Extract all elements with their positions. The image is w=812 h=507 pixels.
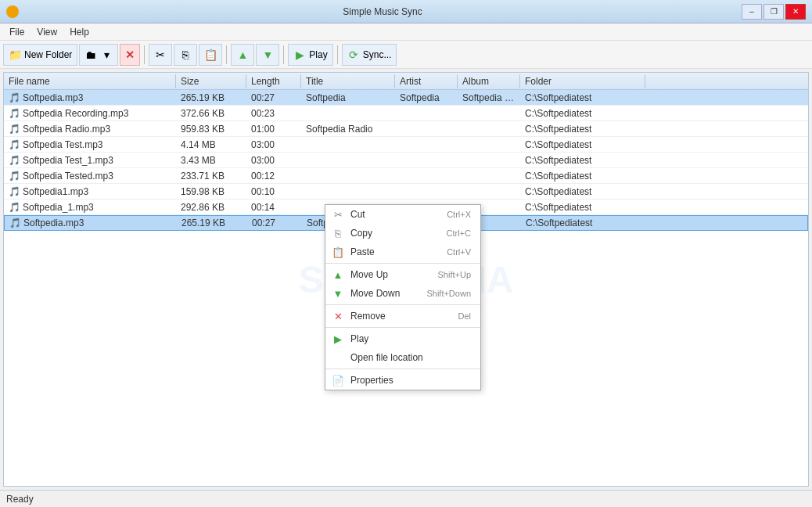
context-menu-item-copy[interactable]: ⎘ Copy Ctrl+C [325,224,480,243]
context-menu-item-open-file-location[interactable]: Open file location [325,348,480,367]
title-bar: Simple Music Sync – ❐ ✕ [0,0,812,23]
up-arrow-icon: ▲ [236,49,249,61]
ctx-shortcut: Ctrl+C [447,228,471,238]
file-title-cell [301,113,395,114]
ctx-item-label: Copy [350,228,372,239]
music-icon: 🎵 [9,186,20,197]
table-row[interactable]: 🎵 Softpedia Test.mp3 4.14 MB 03:00 C:\So… [4,137,808,153]
file-length-cell: 00:10 [246,185,301,198]
add-file-button[interactable]: 🖿 ▾ [79,44,118,66]
copy-button[interactable]: ⎘ [174,44,197,66]
ctx-item-label: Remove [350,311,386,322]
table-row[interactable]: 🎵 Softpedia Recording.mp3 372.66 KB 00:2… [4,106,808,121]
file-length-cell: 00:14 [246,201,301,214]
copy-icon: ⎘ [179,49,192,61]
ctx-shortcut: Ctrl+V [447,247,471,257]
ctx-shortcut: Shift+Up [438,270,472,279]
file-title-cell [301,191,395,192]
down-arrow-icon: ▼ [261,49,274,61]
context-menu-item-play[interactable]: ▶ Play [325,329,480,348]
file-title-cell: Softpedia [301,92,395,104]
sync-button[interactable]: ⟳ Sync... [342,44,397,66]
file-name-cell: 🎵 Softpedia Test.mp3 [4,138,176,151]
file-folder-cell: C:\Softpediatest [520,170,645,182]
minimize-button[interactable]: – [742,4,762,20]
play-button[interactable]: ▶ Play [288,44,332,66]
file-title-cell [301,175,395,177]
file-folder-cell: C:\Softpediatest [520,185,645,198]
toolbar-separator-4 [337,45,338,64]
context-menu-item-cut[interactable]: ✂ Cut Ctrl+X [325,205,480,224]
file-title-cell [301,160,395,161]
col-size[interactable]: Size [176,74,246,88]
ctx-item-content: ▼ Move Down [332,287,400,300]
file-size-cell: 159.98 KB [176,185,246,198]
ctx-item-content: ▲ Move Up [332,268,388,281]
context-menu: ✂ Cut Ctrl+X ⎘ Copy Ctrl+C 📋 Paste Ctrl+… [325,204,481,390]
menu-help[interactable]: Help [63,25,95,39]
context-menu-separator [325,369,480,369]
file-name-cell: 🎵 Softpedia1.mp3 [4,185,176,198]
col-artist[interactable]: Artist [395,74,458,88]
table-row[interactable]: 🎵 Softpedia Test_1.mp3 3.43 MB 03:00 C:\… [4,153,808,168]
toolbar-separator-3 [283,45,284,64]
status-text: Ready [6,494,34,505]
file-length-cell: 03:00 [246,154,301,167]
file-size-cell: 233.71 KB [176,170,246,182]
cut-button[interactable]: ✂ [149,44,172,66]
move-up-button[interactable]: ▲ [231,44,254,66]
file-size-cell: 265.19 KB [176,92,246,104]
close-button[interactable]: ✕ [785,4,806,20]
file-name-cell: 🎵 Softpedia.mp3 [4,92,176,104]
context-menu-separator [325,263,480,264]
file-folder-cell: C:\Softpediatest [520,123,645,135]
file-folder-cell: C:\Softpediatest [520,107,645,120]
music-icon: 🎵 [9,92,20,103]
file-folder-cell: C:\Softpediatest [520,92,645,104]
col-folder[interactable]: Folder [520,74,645,88]
file-title-cell [301,144,395,146]
file-size-cell: 959.83 KB [176,123,246,135]
ctx-item-content: ⎘ Copy [332,227,372,239]
file-size-cell: 265.19 KB [177,217,247,229]
file-length-cell: 00:27 [247,217,302,229]
ctx-shortcut: Ctrl+X [447,210,471,219]
file-size-cell: 3.43 MB [176,154,246,167]
table-row[interactable]: 🎵 Softpedia1.mp3 159.98 KB 00:10 C:\Soft… [4,184,808,200]
file-size-cell: 292.86 KB [176,201,246,214]
table-row[interactable]: 🎵 Softpedia Tested.mp3 233.71 KB 00:12 C… [4,168,808,184]
file-length-cell: 00:12 [246,170,301,182]
menu-bar: File View Help [0,23,812,41]
folder-icon: 📁 [9,49,21,61]
context-menu-item-properties[interactable]: 📄 Properties [325,371,480,390]
remove-button[interactable]: ✕ [120,44,140,66]
file-size-cell: 4.14 MB [176,138,246,151]
file-folder-cell: C:\Softpediatest [520,201,645,214]
col-title[interactable]: Title [301,74,395,88]
paste-button[interactable]: 📋 [199,44,222,66]
context-menu-item-paste[interactable]: 📋 Paste Ctrl+V [325,243,480,261]
file-album-cell [458,144,520,146]
file-length-cell: 01:00 [246,123,301,135]
ctx-item-content: 📋 Paste [332,246,375,258]
restore-button[interactable]: ❐ [763,4,784,20]
col-length[interactable]: Length [246,74,301,88]
menu-view[interactable]: View [31,25,63,39]
ctx-item-content: 📄 Properties [332,374,393,387]
context-menu-item-remove[interactable]: ✕ Remove Del [325,307,480,325]
context-menu-item-move-down[interactable]: ▼ Move Down Shift+Down [325,284,480,303]
new-folder-button[interactable]: 📁 New Folder [3,44,77,66]
music-icon: 🎵 [9,139,20,150]
menu-file[interactable]: File [3,25,31,39]
properties-icon: 📄 [332,374,344,387]
col-filename[interactable]: File name [4,74,176,88]
file-size-cell: 372.66 KB [176,107,246,120]
context-menu-item-move-up[interactable]: ▲ Move Up Shift+Up [325,265,480,284]
move-down-button[interactable]: ▼ [256,44,279,66]
col-album[interactable]: Album [458,74,520,88]
music-icon: 🎵 [9,108,20,119]
table-row[interactable]: 🎵 Softpedia.mp3 265.19 KB 00:27 Softpedi… [4,90,808,106]
file-length-cell: 03:00 [246,138,301,151]
move-down-icon: ▼ [332,287,344,300]
table-row[interactable]: 🎵 Softpedia Radio.mp3 959.83 KB 01:00 So… [4,121,808,137]
